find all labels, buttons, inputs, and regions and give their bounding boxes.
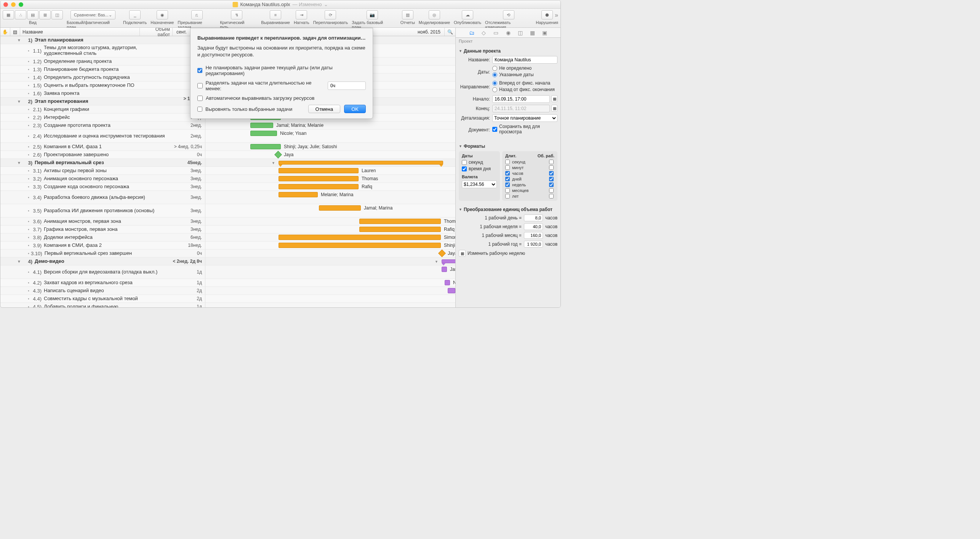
task-row[interactable]: •3.9)Компания в СМИ, фаза 218нед.Shinji;…	[0, 242, 455, 250]
gantt-cell[interactable]: Thomas	[205, 218, 455, 225]
dur-hr[interactable]	[505, 171, 510, 176]
dialog-ok-button[interactable]: OK	[344, 105, 366, 113]
dur-mo[interactable]	[505, 188, 510, 193]
workweek-icon[interactable]: ▦	[459, 250, 466, 257]
inspector-tab-columns[interactable]: ▦	[529, 29, 536, 36]
save-view-checkbox[interactable]	[492, 127, 497, 132]
assign-button[interactable]: ◉	[157, 10, 168, 19]
task-row[interactable]: •3.1)Активы среды первой зоны3нед.Lauren	[0, 167, 455, 175]
dialog-opt-split[interactable]	[197, 83, 203, 88]
task-name[interactable]: Заявка проекта	[44, 91, 173, 96]
disclosure-triangle[interactable]: ▼	[17, 161, 22, 165]
task-row[interactable]: •3.7)Графика монстров, первая зона3нед.R…	[0, 226, 455, 234]
gantt-cell[interactable]: Rafiq	[205, 226, 455, 233]
currency-select[interactable]: $1,234.56	[462, 181, 497, 188]
inspector-tab-milestone[interactable]: ◇	[480, 29, 487, 36]
task-bar[interactable]	[250, 144, 281, 149]
task-name[interactable]: Оценить и выбрать промежуточное ПО	[44, 83, 173, 88]
publish-button[interactable]: ☁	[462, 10, 473, 19]
close-window-button[interactable]	[3, 2, 8, 7]
col-work[interactable]: Объем работ	[140, 28, 173, 36]
task-name[interactable]: Этап планирования	[35, 37, 173, 43]
toolbar-overflow-button[interactable]: »	[555, 12, 558, 19]
gantt-cell[interactable]: Shinji; Jaya; Julie; Satoshi	[205, 143, 455, 150]
start-calendar-icon[interactable]: ▦	[551, 95, 557, 102]
view-styles-button[interactable]: ◫	[51, 10, 63, 19]
task-row[interactable]: •4.2)Захват кадров из вертикального срез…	[0, 279, 455, 287]
project-name-input[interactable]	[492, 56, 557, 64]
conv-week-input[interactable]	[524, 223, 543, 230]
task-work[interactable]: < 2нед. 2д 8ч	[173, 258, 205, 265]
task-work[interactable]: 2д	[173, 295, 205, 302]
task-row[interactable]: •3.5)Разработка ИИ движения противников …	[0, 204, 455, 218]
reschedule-button[interactable]: ⟳	[325, 10, 336, 19]
task-row[interactable]: •4.1)Версия сборки для видеозахвата (отл…	[0, 266, 455, 279]
task-name[interactable]: Написать сценарий видео	[44, 288, 173, 294]
task-name[interactable]: Графика монстров, первая зона	[44, 227, 173, 232]
task-row[interactable]: •3.10)Первый вертикальный срез завершен0…	[0, 250, 455, 258]
task-work[interactable]: 3нед.	[173, 175, 205, 182]
task-name[interactable]: Первый вертикальный срез завершен	[45, 251, 173, 256]
radio-dates-spec[interactable]	[492, 72, 497, 77]
minimize-window-button[interactable]	[11, 2, 16, 7]
work-hr[interactable]	[549, 171, 554, 176]
task-name[interactable]: Интерфейс	[44, 115, 173, 120]
task-bar[interactable]	[250, 131, 277, 136]
inspector-tab-task[interactable]: ▭	[493, 29, 500, 36]
zoom-icon[interactable]: 🔍	[445, 28, 455, 36]
task-work[interactable]: 18нед.	[173, 242, 205, 249]
work-wk[interactable]	[549, 182, 554, 187]
task-name[interactable]: Этап проектирования	[35, 99, 173, 104]
conv-year-input[interactable]	[524, 241, 543, 248]
task-name[interactable]: Компания в СМИ, фаза 1	[44, 144, 173, 150]
gantt-cell[interactable]	[205, 303, 455, 307]
dialog-opt-auto[interactable]	[197, 96, 203, 101]
task-bar[interactable]	[279, 176, 359, 181]
task-row[interactable]: •3.2)Анимация основного персонажа3нед.Th…	[0, 175, 455, 183]
task-work[interactable]: 3нед.	[173, 218, 205, 225]
gantt-cell[interactable]: Simon	[205, 234, 455, 241]
task-work[interactable]: 45нед.	[173, 159, 205, 166]
dialog-opt-selected-only[interactable]	[197, 107, 202, 112]
gantt-cell[interactable]	[205, 295, 455, 302]
work-sec[interactable]	[549, 160, 554, 164]
task-name[interactable]: Определить доступность подрядчика	[44, 75, 173, 80]
conv-day-input[interactable]	[524, 214, 543, 221]
title-dropdown-icon[interactable]: ⌄	[324, 2, 328, 7]
gantt-cell[interactable]: Nicole; Yisan	[205, 130, 455, 142]
task-name[interactable]: Первый вертикальный срез	[35, 160, 173, 166]
gantt-cell[interactable]: ▼	[205, 258, 455, 265]
task-name[interactable]: Создание кода основного персонажа	[44, 184, 173, 190]
task-bar[interactable]	[359, 227, 441, 232]
task-bar[interactable]	[279, 243, 441, 248]
dur-yr[interactable]	[505, 194, 510, 198]
end-calendar-icon[interactable]: ▦	[551, 105, 557, 112]
inspector-tab-project[interactable]: 🗂	[468, 29, 475, 36]
inspector-tab-custom[interactable]: ▣	[541, 29, 548, 36]
view-calendar-button[interactable]: ▤	[27, 10, 38, 19]
task-name[interactable]: Анимация основного персонажа	[44, 176, 173, 182]
simulation-button[interactable]: ◎	[429, 10, 440, 19]
task-row[interactable]: •2.6)Проектирование завершено0чJaya	[0, 151, 455, 159]
catchup-button[interactable]: ⇥	[296, 10, 307, 19]
task-row[interactable]: •4.4)Совместить кадры с музыкальной темо…	[0, 295, 455, 303]
task-name[interactable]: Анимация монстров, первая зона	[44, 219, 173, 224]
baseline-combo[interactable]: Сравнение: Bas...⌄	[70, 10, 115, 19]
task-name[interactable]: Доделки интерфейса	[44, 235, 173, 240]
task-row[interactable]: ▼3)Первый вертикальный срез45нед.▼	[0, 159, 455, 167]
inspector-tab-styles[interactable]: ◫	[517, 29, 524, 36]
task-row[interactable]: •3.3)Создание кода основного персонажа3н…	[0, 183, 455, 191]
task-bar[interactable]	[279, 235, 441, 240]
task-bar[interactable]	[448, 288, 455, 293]
task-bar[interactable]	[445, 280, 450, 285]
milestone-diamond[interactable]	[438, 250, 446, 257]
task-name[interactable]: Совместить кадры с музыкальной темой	[44, 296, 173, 302]
dialog-split-duration-input[interactable]	[328, 82, 366, 90]
note-column-icon[interactable]: ▤	[10, 28, 20, 36]
gantt-cell[interactable]: Jamal; Marina; Melanie	[205, 122, 455, 129]
detail-select[interactable]: Точное планирование	[492, 114, 557, 122]
dialog-opt-no-earlier[interactable]	[197, 68, 202, 73]
task-work[interactable]: 1д	[173, 266, 205, 278]
start-date-input[interactable]	[492, 95, 550, 103]
work-day[interactable]	[549, 177, 554, 181]
